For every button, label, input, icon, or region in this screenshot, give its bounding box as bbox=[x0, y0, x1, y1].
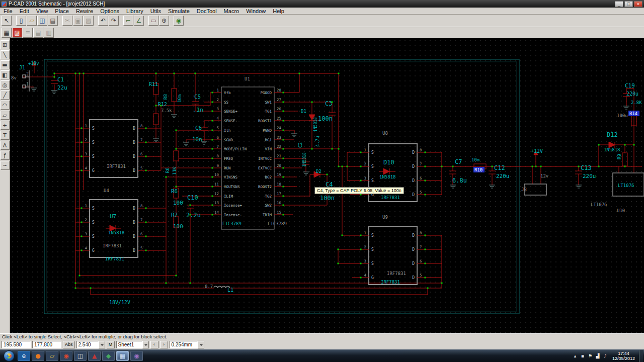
schematic-label[interactable]: 220u bbox=[496, 173, 510, 179]
place-bus-icon[interactable]: ▬ bbox=[1, 60, 10, 69]
grid-toggle-icon[interactable]: ▦ bbox=[2, 28, 12, 38]
schematic-label[interactable]: R12 bbox=[158, 102, 167, 107]
schematic-label[interactable]: +12V bbox=[531, 148, 543, 154]
schematic-label[interactable]: J1 bbox=[19, 65, 25, 70]
taskbar-internet-explorer[interactable]: e bbox=[18, 351, 30, 361]
schematic-label[interactable]: 1N5818 bbox=[379, 174, 396, 179]
schematic-label[interactable]: 220u bbox=[626, 91, 638, 97]
schematic-drawing[interactable]: Vfb1SS2SENSE+3SENSE-4Ith5SGND6MODE/PLLIN… bbox=[10, 38, 644, 333]
sheet-selector-combo[interactable]: Sheet1 bbox=[116, 341, 149, 348]
schematic-label[interactable]: 10n bbox=[192, 136, 202, 143]
place-port-icon[interactable]: ◧ bbox=[1, 70, 10, 79]
schematic-label[interactable]: 220u bbox=[583, 173, 596, 179]
schematic-label[interactable]: R14 bbox=[629, 111, 637, 116]
schematic-label[interactable]: C13 bbox=[581, 164, 592, 171]
line-width-value[interactable]: 0.254mm bbox=[170, 341, 198, 348]
schematic-label[interactable]: R10 bbox=[474, 167, 482, 172]
place-part-icon[interactable]: ⊞ bbox=[1, 40, 10, 49]
tray-usb-icon[interactable]: ▪ bbox=[580, 353, 586, 358]
place-ieee-symbol-icon[interactable]: ~ bbox=[1, 161, 10, 170]
schematic-label[interactable]: LTC3789 bbox=[222, 221, 242, 226]
schematic-label[interactable]: 10m bbox=[177, 95, 182, 103]
schematic-label[interactable]: R6 bbox=[165, 167, 170, 173]
copy-icon[interactable]: ▣ bbox=[73, 16, 83, 26]
taskbar-photo-viewer[interactable]: ◫ bbox=[74, 351, 87, 361]
schematic-label[interactable]: D1 bbox=[301, 109, 306, 114]
schematic-label[interactable]: 4.7u bbox=[315, 136, 320, 147]
schematic-label[interactable]: LT1076 bbox=[618, 183, 634, 188]
place-pin-icon[interactable]: ◎ bbox=[1, 80, 10, 89]
redo-icon[interactable]: ↷ bbox=[109, 16, 119, 26]
tray-clock[interactable]: 17:44 12/05/2012 bbox=[610, 351, 637, 361]
place-wire-icon[interactable]: ╲ bbox=[1, 50, 10, 59]
menu-file[interactable]: File bbox=[0, 8, 16, 15]
component-u1[interactable]: Vfb1SS2SENSE+3SENSE-4Ith5SGND6MODE/PLLIN… bbox=[212, 87, 283, 229]
menu-help[interactable]: Help bbox=[269, 8, 288, 15]
cut-icon[interactable]: ✂ bbox=[62, 16, 72, 26]
sheet-name[interactable]: Sheet1 bbox=[116, 341, 142, 348]
show-desktop-button[interactable] bbox=[639, 350, 643, 362]
schematic-label[interactable]: 100n bbox=[318, 115, 333, 122]
sheet-next-button[interactable]: › bbox=[160, 341, 168, 348]
schematic-label[interactable]: 12v bbox=[540, 173, 548, 178]
dropdown-arrow-icon[interactable] bbox=[198, 341, 204, 348]
menu-macro[interactable]: Macro bbox=[220, 8, 243, 15]
schematic-label[interactable]: IRF7831 bbox=[387, 271, 406, 276]
schematic-label[interactable]: D10 bbox=[383, 159, 394, 166]
place-attribute-icon[interactable]: A bbox=[1, 141, 10, 150]
schematic-label[interactable]: 2 bbox=[26, 72, 29, 76]
schematic-label[interactable]: U9 bbox=[382, 215, 388, 220]
taskbar-accel-eda[interactable]: ▲ bbox=[88, 351, 101, 361]
menu-edit[interactable]: Edit bbox=[16, 8, 33, 15]
schematic-label[interactable]: 18V/12V bbox=[109, 300, 130, 305]
taskbar-windows-explorer[interactable]: ▱ bbox=[46, 351, 58, 361]
schematic-label[interactable]: 1N5818 bbox=[302, 152, 307, 167]
schematic-label[interactable]: L1 bbox=[227, 287, 233, 293]
schematic-label[interactable]: 2.2u bbox=[186, 212, 201, 219]
new-document-icon[interactable]: ▯ bbox=[16, 16, 26, 26]
schematic-label[interactable]: 7.5k bbox=[161, 108, 172, 113]
place-ref-point-icon[interactable]: + bbox=[1, 121, 10, 130]
schematic-label[interactable]: 10m bbox=[471, 157, 479, 162]
schematic-label[interactable]: U4 bbox=[104, 188, 109, 193]
schematic-label[interactable]: C1 bbox=[57, 76, 64, 83]
menu-rewire[interactable]: Rewire bbox=[72, 8, 97, 15]
schematic-label[interactable]: .1n bbox=[193, 107, 203, 113]
undo-icon[interactable]: ↶ bbox=[98, 16, 108, 26]
schematic-label[interactable]: 100 bbox=[173, 200, 183, 206]
zoom-window-icon[interactable]: ⊕ bbox=[159, 16, 169, 26]
grid-spacing-value[interactable]: 2.540 bbox=[76, 341, 99, 348]
highlight-filter-icon[interactable]: ▨ bbox=[12, 28, 22, 38]
schematic-label[interactable]: LT1076 bbox=[591, 202, 607, 207]
schematic-label[interactable]: 100n bbox=[320, 195, 335, 202]
schematic-label[interactable]: U7 bbox=[110, 213, 116, 220]
tray-action-center-icon[interactable]: ⚑ bbox=[587, 353, 593, 358]
diode-symbols[interactable] bbox=[106, 114, 615, 231]
taskbar-firefox[interactable]: ● bbox=[32, 351, 44, 361]
schematic-label[interactable]: +18v bbox=[28, 61, 39, 66]
paste-icon[interactable]: ▨ bbox=[84, 16, 94, 26]
save-icon[interactable]: ◫ bbox=[37, 16, 47, 26]
open-document-icon[interactable]: ▱ bbox=[27, 16, 37, 26]
schematic-label[interactable]: 22u bbox=[57, 84, 67, 91]
select-tool-icon[interactable]: ↖ bbox=[2, 16, 12, 26]
schematic-label[interactable]: R6 bbox=[171, 188, 178, 195]
menu-view[interactable]: View bbox=[33, 8, 52, 15]
place-line-icon[interactable]: ╱ bbox=[1, 90, 10, 100]
place-text-icon[interactable]: T bbox=[1, 131, 10, 140]
schematic-label[interactable]: U10 bbox=[617, 208, 625, 213]
schematic-label[interactable]: IRF7831 bbox=[105, 256, 124, 261]
menu-utils[interactable]: Utils bbox=[147, 8, 165, 15]
schematic-label[interactable]: C10 bbox=[187, 194, 198, 201]
tray-network-icon[interactable]: ▟ bbox=[595, 353, 601, 358]
schematic-label[interactable]: 1N5818 bbox=[604, 147, 620, 152]
schematic-label[interactable]: U8 bbox=[382, 131, 388, 136]
schematic-label[interactable]: C12 bbox=[494, 164, 505, 171]
tray-show-hidden-icon[interactable]: ▴ bbox=[572, 353, 578, 358]
menu-doctool[interactable]: DocTool bbox=[193, 8, 220, 15]
taskbar-pcad-library[interactable]: ◆ bbox=[102, 351, 115, 361]
menu-library[interactable]: Library bbox=[123, 8, 147, 15]
schematic-label[interactable]: U1 bbox=[245, 76, 250, 81]
schematic-label[interactable]: 6.8u bbox=[452, 177, 467, 184]
menu-options[interactable]: Options bbox=[97, 8, 123, 15]
